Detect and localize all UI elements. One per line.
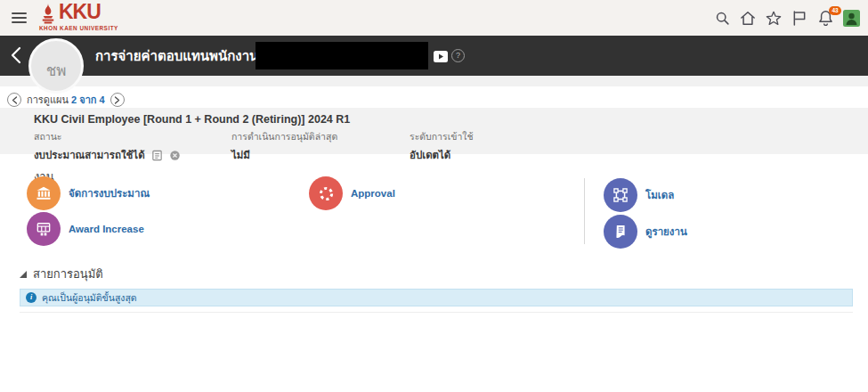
kku-logo-text: KKU	[59, 0, 101, 24]
task-label: ดูรายงาน	[645, 224, 687, 240]
tasks-column-divider	[584, 178, 585, 244]
page-header: การจ่ายค่าตอบแทนพนักงาน: ?	[0, 36, 868, 76]
task-label: จัดการงบประมาณ	[69, 185, 150, 201]
back-icon[interactable]	[8, 45, 24, 69]
task-label: Award Increase	[69, 224, 144, 234]
collapse-triangle-icon	[20, 271, 27, 278]
task-award-increase[interactable]: Award Increase	[27, 212, 144, 246]
plan-info-panel: KKU Civil Employee [Round 1 + Round 2 (R…	[0, 108, 868, 154]
favorites-star-icon[interactable]	[765, 9, 783, 27]
kku-logo[interactable]: KKU KHON KAEN UNIVERSITY	[39, 0, 137, 36]
task-label: โมเดล	[645, 187, 674, 203]
redacted-employee-name	[256, 42, 428, 69]
worksheet-icon	[27, 212, 61, 246]
field-value: งบประมาณสามารถใช้ได้	[34, 147, 145, 163]
flag-icon[interactable]	[791, 9, 808, 27]
kku-logo-subtitle: KHON KAEN UNIVERSITY	[39, 25, 118, 31]
toolbar-strip	[0, 76, 868, 86]
next-plan-icon[interactable]	[110, 93, 125, 107]
task-approval[interactable]: Approval	[309, 176, 395, 210]
help-icon[interactable]: ?	[451, 49, 465, 62]
field-label: การดำเนินการอนุมัติล่าสุด	[231, 129, 337, 144]
bank-icon	[27, 176, 61, 210]
video-icon[interactable]	[434, 50, 448, 66]
page-title: การจ่ายค่าตอบแทนพนักงาน:	[95, 36, 263, 76]
search-icon[interactable]	[713, 9, 731, 27]
status-clear-icon[interactable]	[169, 150, 181, 161]
plan-counter: การดูแผน 2 จาก 4	[27, 92, 105, 108]
task-label: Approval	[351, 188, 395, 199]
field-last-approval-action: การดำเนินการอนุมัติล่าสุด ไม่มี	[231, 129, 337, 163]
status-notes-icon[interactable]	[151, 150, 163, 161]
section-bottom-rule	[20, 312, 853, 313]
task-manage-budget[interactable]: จัดการงบประมาณ	[27, 176, 150, 210]
notification-badge: 43	[829, 6, 841, 15]
menu-icon[interactable]	[12, 12, 27, 23]
info-icon: i	[26, 292, 37, 303]
section-title: สายการอนุมัติ	[33, 265, 103, 283]
approval-info-banner: i คุณเป็นผู้อนุมัติขั้นสูงสุด	[20, 289, 853, 306]
plan-title: KKU Civil Employee [Round 1 + Round 2 (R…	[34, 113, 350, 126]
field-label: ระดับการเข้าใช้	[410, 129, 474, 144]
task-model[interactable]: โมเดล	[604, 178, 674, 212]
field-access-level: ระดับการเข้าใช้ อัปเดตได้	[410, 129, 474, 163]
field-status: สถานะ งบประมาณสามารถใช้ได้	[34, 129, 181, 163]
field-value: ไม่มี	[231, 147, 250, 163]
model-icon	[604, 178, 637, 212]
previous-plan-icon[interactable]	[7, 93, 21, 107]
report-icon	[604, 215, 637, 249]
approval-ring-icon	[309, 176, 343, 210]
approval-chain-section-toggle[interactable]: สายการอนุมัติ	[20, 265, 103, 283]
user-avatar[interactable]	[842, 9, 860, 27]
plan-avatar: ชพ	[28, 38, 84, 94]
home-icon[interactable]	[739, 9, 757, 27]
global-top-bar: KKU KHON KAEN UNIVERSITY 43	[0, 0, 868, 36]
task-view-report[interactable]: ดูรายงาน	[604, 215, 687, 249]
notifications-bell-icon[interactable]: 43	[816, 9, 834, 27]
info-message: คุณเป็นผู้อนุมัติขั้นสูงสุด	[42, 290, 137, 306]
plan-pagination: การดูแผน 2 จาก 4	[7, 92, 125, 108]
field-value: อัปเดตได้	[410, 147, 450, 163]
field-label: สถานะ	[34, 129, 181, 144]
